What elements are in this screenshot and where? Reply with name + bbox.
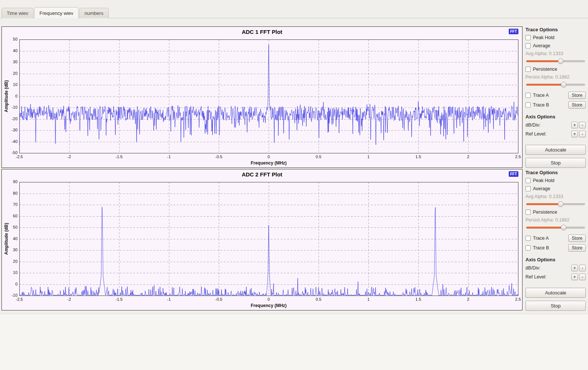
average-checkbox[interactable] xyxy=(525,186,531,191)
ref-level-plus-button[interactable]: + xyxy=(571,274,578,280)
ref-level-minus-button[interactable]: - xyxy=(579,131,586,137)
persist-alpha-slider[interactable] xyxy=(526,225,585,230)
db-div-row: dB/Div: + - xyxy=(525,265,586,271)
trace-options-heading: Trace Options xyxy=(525,27,586,32)
average-label: Average xyxy=(533,186,550,191)
slider-fill xyxy=(526,84,563,86)
fft-badge: FFT xyxy=(509,29,518,34)
trace-b-checkbox[interactable] xyxy=(525,245,531,251)
trace-a-checkbox[interactable] xyxy=(525,93,531,98)
tab-numbers[interactable]: numbers xyxy=(79,8,109,18)
slider-fill xyxy=(526,203,560,205)
db-div-minus-button[interactable]: - xyxy=(579,265,586,271)
adc2-plot-title: ADC 2 FFT Plot xyxy=(2,171,522,178)
db-div-plus-button[interactable]: + xyxy=(571,122,578,128)
empty-panel xyxy=(0,314,588,370)
axis-options-heading: Axis Options xyxy=(525,257,586,262)
persistence-row: Persistence xyxy=(525,209,586,215)
trace-b-label: Trace B xyxy=(533,102,549,108)
adc1-fft-plot-widget: ADC 1 FFT Plot FFT xyxy=(1,26,523,168)
store-trace-a-button[interactable]: Store xyxy=(568,235,586,242)
persistence-checkbox[interactable] xyxy=(525,67,531,72)
ref-level-plus-button[interactable]: + xyxy=(571,131,578,137)
slider-fill xyxy=(526,60,560,62)
db-div-plus-button[interactable]: + xyxy=(571,265,578,271)
average-row: Average xyxy=(525,43,586,49)
peak-hold-checkbox[interactable] xyxy=(525,178,531,183)
persist-alpha-slider[interactable] xyxy=(526,82,585,87)
peak-hold-checkbox[interactable] xyxy=(525,35,531,40)
fft-badge: FFT xyxy=(509,171,518,177)
tab-frequency-view[interactable]: Frequency wiev xyxy=(34,7,79,18)
average-label: Average xyxy=(533,43,550,48)
store-trace-b-button[interactable]: Store xyxy=(568,244,586,252)
trace-b-label: Trace B xyxy=(533,245,549,251)
trace-a-label: Trace A xyxy=(533,93,549,98)
ref-level-label: Ref Level: xyxy=(525,131,546,137)
persistence-checkbox[interactable] xyxy=(525,210,531,215)
ref-level-minus-button[interactable]: - xyxy=(579,274,586,280)
avg-alpha-label: Avg Alpha: 0.1333 xyxy=(525,51,586,56)
store-trace-b-button[interactable]: Store xyxy=(568,101,586,109)
db-div-label: dB/Div: xyxy=(525,122,540,128)
average-checkbox[interactable] xyxy=(525,43,531,48)
adc2-fft-plot-widget: ADC 2 FFT Plot FFT xyxy=(1,169,523,310)
trace-a-label: Trace A xyxy=(533,236,549,241)
peak-hold-label: Peak Hold xyxy=(533,35,555,40)
db-div-label: dB/Div: xyxy=(525,265,540,271)
trace-b-row: Trace B Store xyxy=(525,101,586,109)
peak-hold-label: Peak Hold xyxy=(533,178,555,183)
trace-a-checkbox[interactable] xyxy=(525,236,531,241)
average-row: Average xyxy=(525,186,586,192)
db-div-minus-button[interactable]: - xyxy=(579,122,586,128)
trace-b-row: Trace B Store xyxy=(525,244,586,252)
trace-panel: Trace Options Peak Hold Average Avg Alph… xyxy=(525,27,586,168)
ref-level-label: Ref Level: xyxy=(525,274,546,280)
db-div-row: dB/Div: + - xyxy=(525,122,586,128)
autoscale-button[interactable]: Autoscale xyxy=(525,145,586,155)
peak-hold-row: Peak Hold xyxy=(525,178,586,184)
persistence-label: Persistence xyxy=(533,210,557,215)
avg-alpha-slider[interactable] xyxy=(526,58,585,64)
stop-button[interactable]: Stop xyxy=(525,301,586,311)
adc1-fft-canvas[interactable] xyxy=(2,36,522,167)
adc2-fft-canvas[interactable] xyxy=(2,179,522,310)
slider-fill xyxy=(526,227,563,229)
trace-a-row: Trace A Store xyxy=(525,92,586,99)
ref-level-row: Ref Level: + - xyxy=(525,274,586,280)
persistence-label: Persistence xyxy=(533,67,557,72)
tab-bar: Time wiev Frequency wiev numbers xyxy=(0,0,588,18)
autoscale-button[interactable]: Autoscale xyxy=(525,288,586,298)
trace-a-row: Trace A Store xyxy=(525,235,586,242)
peak-hold-row: Peak Hold xyxy=(525,35,586,41)
slider-handle[interactable] xyxy=(561,82,566,87)
trace-options-heading: Trace Options xyxy=(525,170,586,175)
slider-handle[interactable] xyxy=(561,225,566,230)
persist-alpha-label: Persist Alpha: 0.1882 xyxy=(525,74,586,80)
persist-alpha-label: Persist Alpha: 0.1882 xyxy=(525,217,586,223)
trace-panel: Trace Options Peak Hold Average Avg Alph… xyxy=(525,170,586,311)
avg-alpha-slider[interactable] xyxy=(526,201,585,207)
slider-handle[interactable] xyxy=(558,58,563,64)
axis-options-heading: Axis Options xyxy=(525,114,586,119)
adc1-plot-title: ADC 1 FFT Plot xyxy=(2,29,522,35)
store-trace-a-button[interactable]: Store xyxy=(568,92,586,99)
persistence-row: Persistence xyxy=(525,66,586,72)
ref-level-row: Ref Level: + - xyxy=(525,131,586,137)
stop-button[interactable]: Stop xyxy=(525,158,586,168)
tab-time-view[interactable]: Time wiev xyxy=(1,8,33,18)
avg-alpha-label: Avg Alpha: 0.1333 xyxy=(525,194,586,199)
slider-handle[interactable] xyxy=(558,201,563,207)
trace-b-checkbox[interactable] xyxy=(525,102,531,108)
